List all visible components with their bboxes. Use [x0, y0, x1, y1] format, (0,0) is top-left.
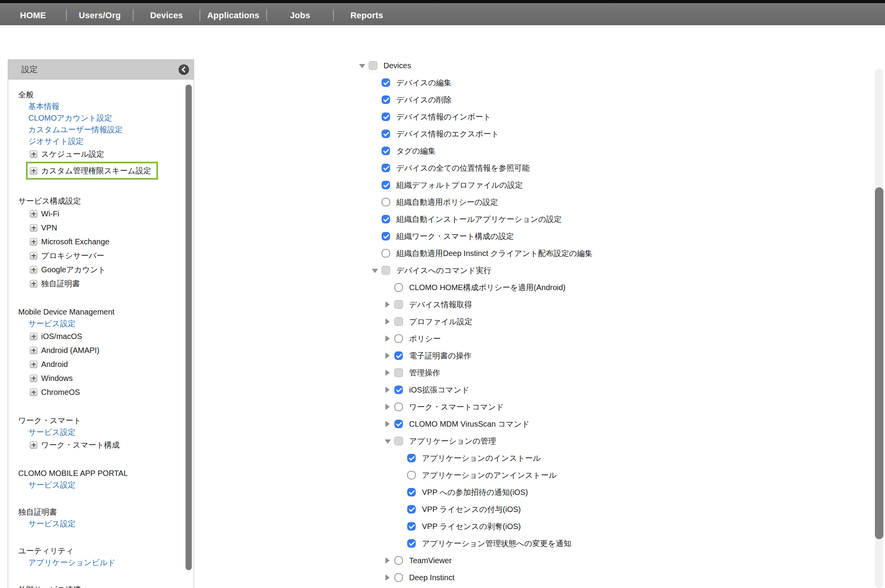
nav-item-home[interactable]: HOME: [0, 10, 66, 21]
checkbox-indeterminate[interactable]: [394, 437, 403, 445]
sidebar-scrollbar-thumb[interactable]: [186, 85, 192, 570]
nav-item-reports[interactable]: Reports: [334, 10, 400, 21]
expand-plus-icon[interactable]: [30, 347, 37, 354]
checkbox-checked[interactable]: [394, 386, 403, 394]
checkbox-indeterminate[interactable]: [394, 300, 403, 309]
sidebar-expand-item[interactable]: プロキシサーバー: [8, 249, 194, 263]
page-scrollbar-thumb[interactable]: [875, 187, 883, 539]
checkbox-checked[interactable]: [382, 130, 390, 138]
checkbox-checked[interactable]: [382, 78, 390, 87]
sidebar-expand-item[interactable]: Android (AMAPI): [8, 343, 194, 357]
expand-plus-icon[interactable]: [30, 280, 37, 287]
sidebar-item-label: ワーク・スマート構成: [41, 440, 120, 450]
nav-item-users-org[interactable]: Users/Org: [67, 10, 133, 21]
sidebar-expand-item[interactable]: ChromeOS: [8, 385, 194, 399]
sidebar-link[interactable]: 基本情報: [8, 100, 59, 112]
checkbox-checked[interactable]: [382, 112, 390, 121]
sidebar-expand-item[interactable]: Microsoft Exchange: [8, 235, 194, 249]
tree-label: iOS拡張コマンド: [409, 385, 469, 395]
sidebar-link[interactable]: CLOMOアカウント設定: [8, 112, 112, 124]
checkbox-checked[interactable]: [394, 420, 403, 428]
nav-item-devices[interactable]: Devices: [134, 10, 200, 21]
sidebar-expand-item[interactable]: 独自証明書: [8, 277, 194, 291]
checkbox-checked[interactable]: [382, 147, 390, 155]
expand-triangle-icon[interactable]: [385, 353, 390, 359]
checkbox-unchecked[interactable]: [394, 334, 403, 343]
expand-triangle-icon[interactable]: [385, 404, 390, 410]
checkbox-checked[interactable]: [382, 95, 390, 104]
collapse-triangle-icon[interactable]: [385, 439, 391, 444]
checkbox-checked[interactable]: [382, 181, 390, 189]
checkbox-checked[interactable]: [407, 454, 416, 462]
tree-row: アプリケーションのインストール: [356, 450, 593, 467]
checkbox-checked[interactable]: [394, 351, 403, 360]
nav-item-jobs[interactable]: Jobs: [267, 10, 333, 21]
sidebar-link[interactable]: サービス設定: [8, 426, 75, 438]
nav-item-applications[interactable]: Applications: [200, 10, 266, 21]
sidebar-item-highlighted[interactable]: カスタム管理権限スキーム設定: [26, 162, 158, 180]
sidebar-header: 設定: [8, 60, 194, 80]
expand-plus-icon[interactable]: [30, 210, 37, 218]
collapse-triangle-icon[interactable]: [359, 64, 365, 68]
expand-triangle-icon[interactable]: [385, 574, 390, 581]
tree-label: プロファイル設定: [409, 316, 472, 327]
checkbox-indeterminate[interactable]: [394, 317, 403, 326]
sidebar-expand-item[interactable]: VPN: [8, 221, 194, 235]
sidebar-link[interactable]: サービス設定: [8, 479, 75, 491]
expand-plus-icon[interactable]: [30, 150, 37, 158]
checkbox-checked[interactable]: [407, 488, 416, 496]
expand-triangle-icon[interactable]: [385, 336, 390, 342]
checkbox-checked[interactable]: [407, 505, 416, 514]
expand-triangle-icon[interactable]: [385, 557, 390, 564]
checkbox-unchecked[interactable]: [382, 198, 390, 206]
expand-plus-icon[interactable]: [30, 441, 37, 449]
expand-plus-icon[interactable]: [30, 333, 37, 340]
expand-triangle-icon[interactable]: [385, 318, 390, 325]
checkbox-indeterminate[interactable]: [369, 61, 377, 70]
checkbox-unchecked[interactable]: [394, 556, 403, 565]
collapse-triangle-icon[interactable]: [372, 269, 378, 273]
checkbox-unchecked[interactable]: [394, 573, 403, 582]
checkbox-unchecked[interactable]: [394, 403, 403, 411]
sidebar-expand-item[interactable]: Wi-Fi: [8, 207, 194, 221]
expand-plus-icon[interactable]: [30, 361, 37, 368]
expand-plus-icon[interactable]: [30, 167, 37, 175]
expand-triangle-icon[interactable]: [385, 301, 390, 308]
sidebar-expand-item[interactable]: Android: [8, 357, 194, 371]
checkbox-unchecked[interactable]: [394, 283, 403, 292]
sidebar-link[interactable]: サービス設定: [8, 518, 75, 529]
expand-triangle-icon[interactable]: [385, 387, 390, 393]
checkbox-checked[interactable]: [407, 539, 416, 548]
checkbox-checked[interactable]: [382, 232, 390, 240]
sidebar-expand-item[interactable]: スケジュール設定: [8, 147, 194, 161]
expand-plus-icon[interactable]: [30, 224, 37, 232]
sidebar-expand-item[interactable]: Windows: [8, 371, 194, 385]
checkbox-unchecked[interactable]: [407, 471, 416, 479]
tree-label: アプリケーションのインストール: [422, 453, 541, 463]
checkbox-unchecked[interactable]: [382, 249, 390, 258]
checkbox-checked[interactable]: [382, 164, 390, 172]
sidebar-expand-item[interactable]: ワーク・スマート構成: [8, 438, 194, 452]
sidebar-item-label: カスタム管理権限スキーム設定: [41, 166, 151, 176]
expand-triangle-icon[interactable]: [385, 370, 390, 376]
checkbox-indeterminate[interactable]: [394, 368, 403, 377]
expand-plus-icon[interactable]: [30, 238, 37, 246]
checkbox-checked[interactable]: [407, 522, 416, 531]
expand-plus-icon[interactable]: [30, 389, 37, 396]
tree-expander-slot: [369, 198, 382, 206]
sidebar-collapse-button[interactable]: [179, 64, 189, 75]
checkbox-indeterminate[interactable]: [382, 266, 390, 275]
sidebar-link[interactable]: アプリケーションビルド: [8, 557, 116, 568]
sidebar-expand-item[interactable]: Googleアカウント: [8, 263, 194, 277]
sidebar-link[interactable]: サービス設定: [8, 318, 75, 329]
sidebar-expand-item[interactable]: iOS/macOS: [8, 329, 194, 343]
tree-label: VPP ライセンスの剥奪(iOS): [422, 521, 521, 532]
sidebar-link[interactable]: ジオサイト設定: [8, 135, 83, 147]
expand-triangle-icon[interactable]: [385, 421, 390, 427]
expand-plus-icon[interactable]: [30, 266, 37, 273]
expand-plus-icon[interactable]: [30, 252, 37, 259]
checkbox-checked[interactable]: [382, 215, 390, 223]
sidebar-section-heading: 独自証明書: [8, 506, 194, 518]
sidebar-link[interactable]: カスタムユーザー情報設定: [8, 124, 123, 135]
expand-plus-icon[interactable]: [30, 375, 37, 382]
